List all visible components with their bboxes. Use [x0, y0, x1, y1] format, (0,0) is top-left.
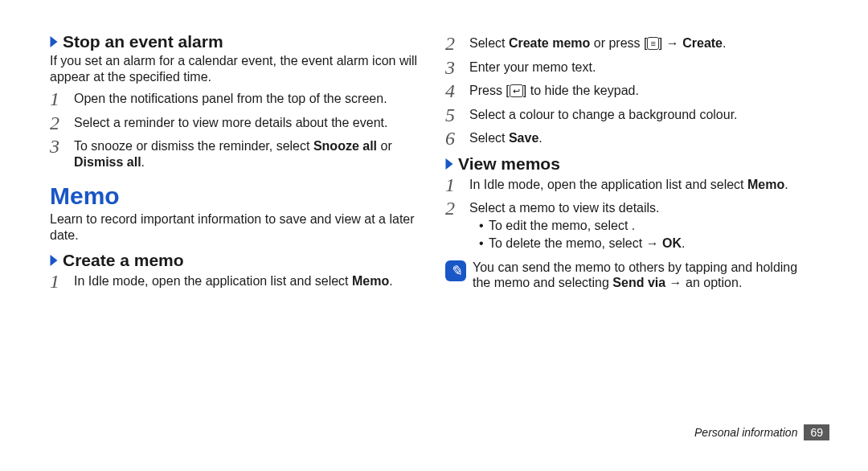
step-text: ] — [659, 36, 666, 50]
bold-text: Snooze all — [313, 139, 377, 153]
step-text: Press [ — [469, 84, 510, 97]
bold-text: Memo — [352, 274, 389, 288]
step-text: Select — [469, 36, 509, 50]
step-text: . — [389, 274, 392, 288]
step-item: Press [↩] to hide the keypad. — [445, 83, 818, 99]
step-text: . — [723, 36, 726, 50]
section-head-stop-alarm: Stop an event alarm — [50, 32, 423, 51]
right-column: Select Create memo or press [≡] → Create… — [434, 32, 829, 440]
step-item: Select Create memo or press [≡] → Create… — [445, 35, 818, 51]
feature-desc: Learn to record important information to… — [50, 211, 423, 243]
page-footer: Personal information 69 — [694, 424, 829, 440]
section-title: Create a memo — [63, 251, 184, 270]
left-column: Stop an event alarm If you set an alarm … — [39, 32, 434, 440]
step-item: Open the notifications panel from the to… — [50, 91, 423, 107]
page-number: 69 — [804, 424, 829, 440]
step-text: Select a memo to view its details. — [469, 201, 660, 215]
note-text: You can send the memo to others by tappi… — [473, 260, 818, 291]
note-box: ✎ You can send the memo to others by tap… — [445, 260, 818, 291]
bold-text: Create — [682, 36, 723, 50]
step-text: . — [538, 131, 542, 145]
step-text: ] to hide the keypad. — [523, 84, 639, 97]
steps-list-create-memo: In Idle mode, open the application list … — [50, 273, 423, 289]
bold-text: Memo — [747, 178, 784, 191]
section-title: View memos — [458, 154, 560, 174]
bold-text: Dismiss all — [74, 155, 141, 169]
step-text: . — [141, 155, 145, 169]
bullets: To edit the memo, select . To delete the… — [469, 218, 818, 252]
step-text: To snooze or dismiss the reminder, selec… — [74, 139, 313, 153]
page: Stop an event alarm If you set an alarm … — [0, 0, 868, 450]
footer-section: Personal information — [694, 426, 797, 439]
steps-list-stop-alarm: Open the notifications panel from the to… — [50, 91, 423, 170]
step-text: In Idle mode, open the application list … — [74, 274, 352, 288]
steps-list-create-memo-cont: Select Create memo or press [≡] → Create… — [445, 35, 818, 146]
note-icon: ✎ — [445, 260, 466, 281]
section-head-view-memos: View memos — [445, 154, 818, 174]
step-item: In Idle mode, open the application list … — [445, 177, 818, 193]
bold-text: Create memo — [509, 36, 590, 50]
step-text: . — [784, 178, 788, 191]
section-head-create-memo: Create a memo — [50, 251, 423, 270]
feature-title: Memo — [50, 182, 423, 210]
chevron-right-icon — [446, 158, 453, 170]
arrow-right-icon: → — [669, 275, 682, 291]
bullet-text: . — [682, 236, 685, 250]
bullet-text: To delete the memo, select — [489, 236, 646, 250]
step-item: In Idle mode, open the application list … — [50, 273, 423, 289]
bullet-item: To edit the memo, select . — [479, 218, 818, 234]
step-text: or — [377, 139, 392, 153]
intro-text: If you set an alarm for a calendar event… — [50, 53, 423, 84]
step-item: Select a reminder to view more details a… — [50, 115, 423, 131]
arrow-right-icon: → — [646, 236, 659, 252]
section-title: Stop an event alarm — [63, 32, 223, 51]
chevron-right-icon — [51, 255, 58, 266]
bold-text: Save — [509, 131, 538, 145]
step-item: Enter your memo text. — [445, 59, 818, 76]
step-item: Select a colour to change a background c… — [445, 107, 818, 123]
bullet-item: To delete the memo, select → OK. — [479, 236, 818, 252]
steps-list-view-memos: In Idle mode, open the application list … — [445, 177, 818, 252]
back-key-icon: ↩ — [510, 84, 523, 97]
step-text: In Idle mode, open the application list … — [469, 178, 747, 191]
step-item: Select Save. — [445, 130, 818, 146]
bold-text: Send via — [612, 276, 665, 289]
chevron-right-icon — [51, 36, 58, 47]
step-item: To snooze or dismiss the reminder, selec… — [50, 138, 423, 170]
bold-text: OK — [662, 236, 682, 250]
arrow-right-icon: → — [666, 35, 679, 51]
step-item: Select a memo to view its details. To ed… — [445, 200, 818, 252]
step-text: Select — [469, 131, 509, 145]
menu-key-icon: ≡ — [647, 37, 658, 50]
step-text: or press [ — [590, 36, 647, 50]
note-fragment: an option. — [682, 276, 743, 289]
